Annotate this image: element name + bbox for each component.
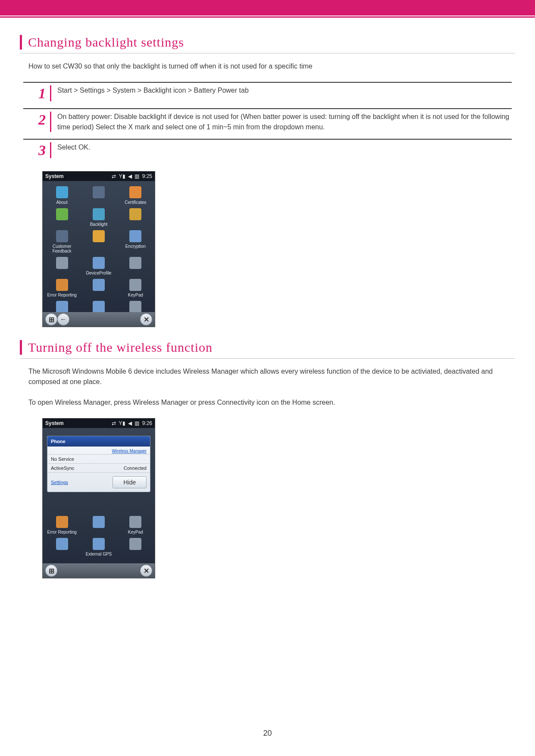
phone-app-item [117, 206, 154, 228]
phone-status-bar: System ⇄ Y▮ ◀ ▥ 9:26 [43, 419, 155, 428]
section2-para2: To open Wireless Manager, press Wireless… [28, 397, 507, 408]
phone-app-icon [129, 186, 141, 198]
phone-app-item [117, 255, 154, 277]
step-number: 1 [23, 85, 51, 101]
phone-app-label: Backlight [80, 222, 117, 227]
phone-app-item [44, 206, 80, 228]
wireless-manager-link[interactable]: Wireless Manager [112, 449, 147, 453]
connectivity-popup: Phone Wireless Manager No Service Active… [47, 436, 150, 492]
phone-app-label: Error Reporting [44, 530, 80, 534]
phone-bottom-bar: ⊞ ← ✕ [43, 312, 155, 327]
hide-button[interactable]: Hide [113, 476, 147, 488]
signal-icon: Y▮ [119, 420, 125, 426]
phone-app-label: KeyPad [117, 530, 154, 534]
status-time: 9:25 [142, 173, 152, 179]
battery-icon: ▥ [135, 173, 139, 179]
phone-app-icon [129, 279, 141, 291]
phone-app-icon [129, 516, 141, 528]
phone-app-icon [93, 230, 105, 242]
section-heading-wireless: Turning off the wireless function [20, 340, 515, 355]
status-time: 9:26 [142, 420, 152, 426]
phone-app-label: Customer Feedback [44, 244, 80, 253]
phone-app-item: Certificates [117, 184, 154, 206]
phone-app-icon [129, 301, 141, 313]
phone-app-item [44, 255, 80, 277]
phone-app-label: External GPS [80, 552, 117, 556]
phone-app-item [80, 184, 117, 206]
phone-app-item: KeyPad [117, 277, 154, 299]
phone-app-label: Certificates [117, 200, 154, 205]
phone-app-item [117, 536, 154, 558]
phone-app-icon [93, 208, 105, 220]
phone-app-icon [56, 538, 68, 550]
phone-app-icon [129, 208, 141, 220]
phone-app-item: Backlight [80, 206, 117, 228]
phone-app-item: DeviceProfile [80, 255, 117, 277]
phone-app-item [80, 277, 117, 299]
phone-app-icon [56, 516, 68, 528]
phone-app-icon [93, 279, 105, 291]
phone-app-label: KeyPad [117, 293, 154, 297]
header-bar [0, 0, 535, 16]
phone-app-item [80, 228, 117, 255]
phone-app-item: Error Reporting [44, 277, 80, 299]
no-service-label: No Service [51, 456, 74, 462]
status-icons: ⇄ Y▮ ◀ ▥ 9:25 [110, 173, 152, 179]
popup-header-phone: Phone [47, 436, 150, 447]
phone-app-item: Error Reporting [44, 514, 80, 536]
phone-app-icon [56, 301, 68, 313]
close-button-icon: ✕ [140, 313, 152, 325]
phone-app-icon [56, 257, 68, 269]
phone-app-icon [93, 301, 105, 313]
phone-app-icon [93, 538, 105, 550]
connected-label: Connected [124, 465, 147, 471]
close-button-icon: ✕ [140, 565, 152, 577]
sync-icon: ⇄ [112, 420, 116, 426]
speaker-icon: ◀ [128, 173, 132, 179]
phone-app-icon [129, 257, 141, 269]
section1-intro: How to set CW30 so that only the backlig… [28, 61, 507, 72]
phone-app-label: About [44, 200, 80, 205]
status-icons: ⇄ Y▮ ◀ ▥ 9:26 [110, 420, 152, 426]
phone-app-icon [129, 230, 141, 242]
signal-icon: Y▮ [119, 173, 125, 179]
start-button-icon: ⊞ [45, 565, 57, 577]
start-button-icon: ⊞ [45, 313, 57, 325]
phone-app-item [80, 514, 117, 536]
phone-app-item: Encryption [117, 228, 154, 255]
speaker-icon: ◀ [128, 420, 132, 426]
step-3: 3 Select OK. [23, 139, 512, 162]
phone-app-icon [129, 538, 141, 550]
phone-app-item: Customer Feedback [44, 228, 80, 255]
screenshot-system-settings: System ⇄ Y▮ ◀ ▥ 9:25 AboutCertificatesBa… [42, 171, 155, 327]
back-button-icon: ← [57, 313, 69, 325]
step-1: 1 Start > Settings > System > Backlight … [23, 82, 512, 106]
phone-app-icon [93, 257, 105, 269]
phone-title: System [45, 173, 64, 179]
header-thin-line [0, 16, 535, 18]
phone-app-item: KeyPad [117, 514, 154, 536]
phone-app-icon [56, 186, 68, 198]
section-heading-backlight: Changing backlight settings [20, 35, 515, 50]
phone-app-item [44, 536, 80, 558]
sync-icon: ⇄ [112, 173, 116, 179]
phone-app-icon [93, 516, 105, 528]
battery-icon: ▥ [135, 420, 139, 426]
step-text: Select OK. [51, 142, 512, 158]
step-number: 3 [23, 142, 51, 158]
settings-link[interactable]: Settings [51, 480, 68, 485]
phone-app-icon [56, 279, 68, 291]
screenshot-wireless-manager: System ⇄ Y▮ ◀ ▥ 9:26 Error ReportingKeyP… [42, 418, 155, 578]
step-text: Start > Settings > System > Backlight ic… [51, 85, 512, 101]
step-2: 2 On battery power: Disable backlight if… [23, 108, 512, 136]
phone-app-label: Encryption [117, 244, 154, 249]
phone-app-icon [56, 208, 68, 220]
phone-title: System [45, 420, 64, 426]
phone-app-label: DeviceProfile [80, 271, 117, 275]
phone-app-label: Error Reporting [44, 293, 80, 297]
phone-app-item: External GPS [80, 536, 117, 558]
phone-app-icon [93, 186, 105, 198]
section-rule [20, 53, 515, 53]
step-number: 2 [23, 112, 51, 131]
activesync-label: ActiveSync [51, 465, 74, 471]
